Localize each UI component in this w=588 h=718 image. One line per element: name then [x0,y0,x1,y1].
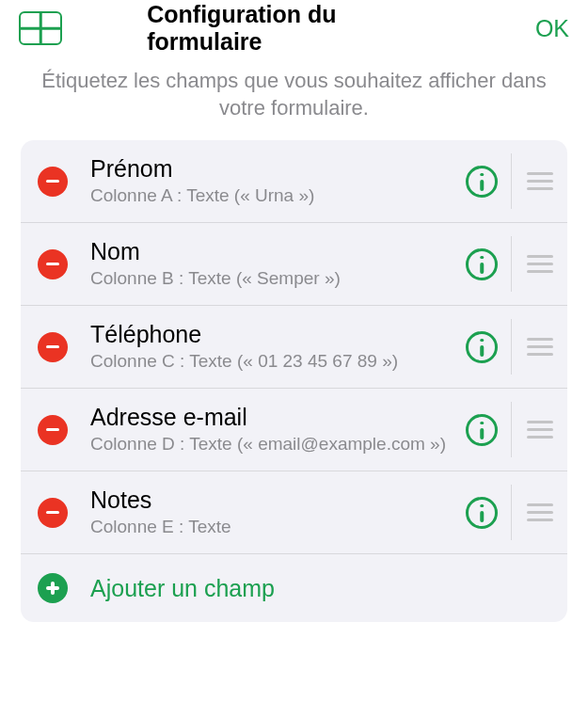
field-text: Adresse e-mail Colonne D : Texte (« emai… [90,404,456,456]
remove-field-button[interactable] [38,167,68,197]
ok-button[interactable]: OK [535,15,569,42]
field-subtitle: Colonne C : Texte (« 01 23 45 67 89 ») [90,350,456,374]
add-field-button[interactable]: Ajouter un champ [21,554,567,622]
drag-handle[interactable] [511,485,567,540]
field-row: Nom Colonne B : Texte (« Semper ») [21,223,567,306]
field-title: Nom [90,238,456,265]
remove-field-button[interactable] [38,332,68,362]
fields-list: Prénom Colonne A : Texte (« Urna ») Nom … [21,140,567,622]
info-icon[interactable] [466,248,498,280]
info-icon[interactable] [466,414,498,446]
field-subtitle: Colonne A : Texte (« Urna ») [90,184,456,208]
remove-field-button[interactable] [38,415,68,445]
drag-handle[interactable] [511,319,567,375]
drag-handle[interactable] [511,402,567,457]
reorder-icon [527,172,553,190]
page-subtitle: Étiquetez les champs que vous souhaitez … [0,49,588,140]
drag-handle[interactable] [511,236,567,292]
field-row: Adresse e-mail Colonne D : Texte (« emai… [21,389,567,471]
field-row: Notes Colonne E : Texte [21,471,567,554]
minus-icon [46,263,59,266]
info-icon[interactable] [466,166,498,198]
minus-icon [46,511,59,515]
table-icon[interactable] [19,11,62,45]
reorder-icon [527,338,553,356]
field-text: Notes Colonne E : Texte [90,487,456,539]
reorder-icon [527,503,553,521]
header-bar: Configuration du formulaire OK [0,0,588,49]
info-icon[interactable] [466,497,498,529]
field-text: Prénom Colonne A : Texte (« Urna ») [90,155,456,208]
field-title: Téléphone [90,321,456,348]
remove-field-button[interactable] [38,498,68,528]
reorder-icon [527,421,553,439]
field-row: Téléphone Colonne C : Texte (« 01 23 45 … [21,306,567,389]
drag-handle[interactable] [511,153,567,209]
field-title: Adresse e-mail [90,404,456,431]
field-title: Notes [90,487,456,514]
plus-icon [38,573,68,603]
field-text: Téléphone Colonne C : Texte (« 01 23 45 … [90,321,456,374]
add-field-label: Ajouter un champ [90,575,275,602]
minus-icon [46,180,59,183]
field-subtitle: Colonne B : Texte (« Semper ») [90,267,456,291]
field-row: Prénom Colonne A : Texte (« Urna ») [21,140,567,223]
page-title: Configuration du formulaire [147,1,441,56]
minus-icon [46,428,59,432]
field-subtitle: Colonne E : Texte [90,516,456,539]
remove-field-button[interactable] [38,249,68,279]
field-title: Prénom [90,155,456,183]
info-icon[interactable] [466,331,498,363]
minus-icon [46,345,59,349]
field-subtitle: Colonne D : Texte (« email@example.com »… [90,433,456,456]
reorder-icon [527,255,553,273]
field-text: Nom Colonne B : Texte (« Semper ») [90,238,456,291]
